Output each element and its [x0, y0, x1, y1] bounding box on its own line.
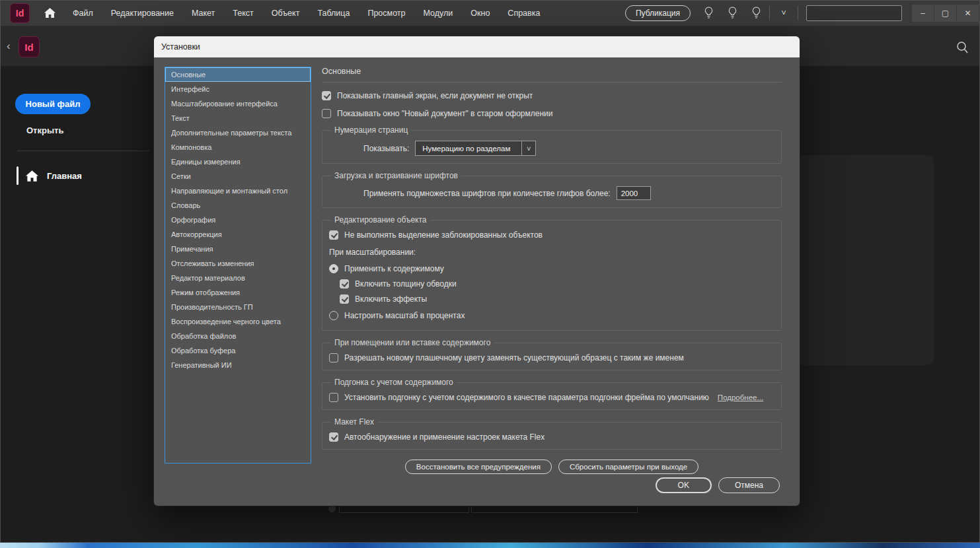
- menu-file[interactable]: Файл: [73, 9, 93, 18]
- menu-items: Файл Редактирование Макет Текст Объект Т…: [73, 9, 540, 18]
- default-fit-checkbox[interactable]: [329, 393, 338, 402]
- sidebar-item-clipboard-handling[interactable]: Обработка буфера: [165, 343, 311, 358]
- sidebar-item-guides-pasteboard[interactable]: Направляющие и монтажный стол: [165, 184, 311, 198]
- close-button[interactable]: ✕: [956, 5, 979, 22]
- home-button[interactable]: [44, 8, 56, 18]
- sidebar-item-story-editor[interactable]: Редактор материалов: [165, 271, 311, 285]
- lightbulb-group: [704, 6, 761, 20]
- sidebar-item-track-changes[interactable]: Отслеживать изменения: [165, 256, 311, 271]
- sidebar-item-interface[interactable]: Интерфейс: [165, 82, 311, 96]
- sidebar-item-spelling[interactable]: Орфография: [165, 213, 311, 227]
- group-legend: Нумерация страниц: [331, 125, 411, 135]
- learn-more-link[interactable]: Подробнее...: [718, 394, 763, 401]
- legacy-new-doc-checkbox[interactable]: [322, 109, 331, 118]
- menu-layout[interactable]: Макет: [192, 9, 215, 18]
- adjust-percent-radio[interactable]: [329, 311, 338, 320]
- radio-label: Применить к содержимому: [344, 264, 444, 273]
- sidebar-item-notes[interactable]: Примечания: [165, 242, 311, 256]
- sidebar-item-type[interactable]: Текст: [165, 111, 311, 125]
- new-file-button[interactable]: Новый файл: [15, 94, 91, 114]
- open-button[interactable]: Открыть: [26, 125, 63, 135]
- adjust-percent-row[interactable]: Настроить масштаб в процентах: [329, 311, 774, 320]
- group-legend: Загрузка и встраивание шрифтов: [331, 171, 461, 180]
- home-icon: [26, 170, 38, 182]
- default-fit-row[interactable]: Установить подгонку с учетом содержимого…: [329, 393, 774, 402]
- menu-object[interactable]: Объект: [272, 9, 300, 18]
- group-legend: При помещении или вставке содержимого: [331, 338, 494, 347]
- include-effects-checkbox[interactable]: [340, 294, 349, 304]
- include-stroke-checkbox[interactable]: [340, 279, 349, 289]
- glyph-count-input[interactable]: [617, 186, 651, 200]
- ok-button[interactable]: OK: [656, 477, 712, 493]
- maximize-button[interactable]: ▢: [934, 5, 956, 22]
- sidebar-item-black-appearance[interactable]: Воспроизведение черного цвета: [165, 314, 311, 329]
- sidebar-item-units[interactable]: Единицы измерения: [165, 154, 311, 169]
- menu-modules[interactable]: Модули: [424, 9, 453, 18]
- sidebar-item-display-performance[interactable]: Режим отображения: [165, 285, 311, 300]
- show-home-screen-checkbox[interactable]: [322, 91, 331, 100]
- lightbulb-icon[interactable]: [728, 6, 737, 20]
- apply-to-content-radio[interactable]: [329, 264, 338, 273]
- menu-type[interactable]: Текст: [233, 9, 253, 18]
- sidebar-item-gpu-performance[interactable]: Производительность ГП: [165, 300, 311, 314]
- page-numbering-row: Показывать: Нумерацию по разделам ˅: [329, 141, 774, 156]
- when-scaling-label: При масштабировании:: [329, 248, 774, 257]
- minimize-button[interactable]: –: [911, 5, 934, 22]
- include-stroke-row[interactable]: Включить толщину обводки: [329, 279, 774, 289]
- allow-spot-color-checkbox[interactable]: [329, 353, 338, 362]
- prevent-locked-row[interactable]: Не выполнять выделение заблокированных о…: [329, 230, 774, 240]
- sidebar-item-ui-scaling[interactable]: Масштабирование интерфейса: [165, 96, 311, 111]
- page-numbering-group: Нумерация страниц Показывать: Нумерацию …: [322, 125, 782, 164]
- flex-auto-checkbox[interactable]: [329, 432, 338, 442]
- sidebar-item-home[interactable]: Главная: [17, 165, 82, 186]
- flex-auto-row[interactable]: Автообнаружение и применение настроек ма…: [329, 432, 774, 442]
- font-embedding-group: Загрузка и встраивание шрифтов Применять…: [322, 171, 782, 208]
- lightbulb-icon[interactable]: [751, 6, 761, 20]
- sidebar-item-file-handling[interactable]: Обработка файлов: [165, 329, 311, 343]
- checkbox-label: Включить толщину обводки: [355, 279, 457, 289]
- object-editing-group: Редактирование объекта Не выполнять выде…: [322, 215, 782, 331]
- sidebar-item-dictionary[interactable]: Словарь: [165, 198, 311, 213]
- sidebar-item-generative-ai[interactable]: Генеративный ИИ: [165, 358, 311, 372]
- sidebar-item-autocorrect[interactable]: Автокоррекция: [165, 227, 311, 242]
- publish-button[interactable]: Публикация: [625, 5, 691, 21]
- legacy-new-doc-row[interactable]: Показывать окно "Новый документ" в старо…: [322, 109, 782, 118]
- titlebar-search-input[interactable]: [806, 5, 902, 21]
- include-effects-row[interactable]: Включить эффекты: [329, 294, 774, 304]
- chevron-down-icon: ˅: [521, 141, 535, 155]
- page-numbering-dropdown[interactable]: Нумерацию по разделам ˅: [415, 141, 536, 156]
- menu-edit[interactable]: Редактирование: [111, 9, 174, 18]
- allow-spot-color-row[interactable]: Разрешать новому плашечному цвету заменя…: [329, 353, 774, 362]
- sidebar-item-grids[interactable]: Сетки: [165, 169, 311, 184]
- menu-table[interactable]: Таблица: [317, 9, 350, 18]
- background-dot: [328, 505, 336, 512]
- checkbox-label: Включить эффекты: [355, 294, 427, 304]
- cancel-button[interactable]: Отмена: [718, 477, 780, 493]
- home-icon: [44, 8, 56, 18]
- menubar-right: Публикация ˅ – ▢ ✕: [625, 5, 980, 22]
- checkbox-label: Не выполнять выделение заблокированных о…: [344, 230, 543, 240]
- reset-warnings-button[interactable]: Восстановить все предупреждения: [405, 460, 552, 474]
- dialog-title: Установки: [161, 42, 200, 51]
- group-legend: Подгонка с учетом содержимого: [331, 378, 457, 387]
- menu-help[interactable]: Справка: [508, 9, 540, 18]
- indesign-logo-icon: Id: [10, 3, 30, 23]
- apply-to-content-row[interactable]: Применить к содержимому: [329, 264, 774, 273]
- prevent-locked-checkbox[interactable]: [329, 230, 338, 240]
- indesign-home-logo-icon: Id: [19, 36, 40, 57]
- active-indicator: [17, 166, 19, 185]
- search-icon[interactable]: [956, 41, 969, 55]
- back-chevron-icon[interactable]: ‹: [7, 40, 11, 53]
- sidebar-item-advanced-type[interactable]: Дополнительные параметры текста: [165, 125, 311, 140]
- sidebar-item-general[interactable]: Основные: [165, 67, 311, 82]
- menu-view[interactable]: Просмотр: [367, 9, 405, 18]
- preferences-main-panel: Основные Показывать главный экран, если …: [322, 67, 782, 474]
- lightbulb-icon[interactable]: [704, 6, 714, 20]
- sidebar-item-composition[interactable]: Компоновка: [165, 140, 311, 154]
- dialog-titlebar[interactable]: Установки: [154, 36, 800, 57]
- reset-preferences-button[interactable]: Сбросить параметры при выходе: [558, 460, 698, 474]
- show-home-screen-row[interactable]: Показывать главный экран, если документ …: [322, 91, 782, 100]
- checkbox-label: Установить подгонку с учетом содержимого…: [344, 393, 709, 402]
- menu-window[interactable]: Окно: [471, 9, 490, 18]
- chevron-down-icon[interactable]: ˅: [778, 8, 790, 18]
